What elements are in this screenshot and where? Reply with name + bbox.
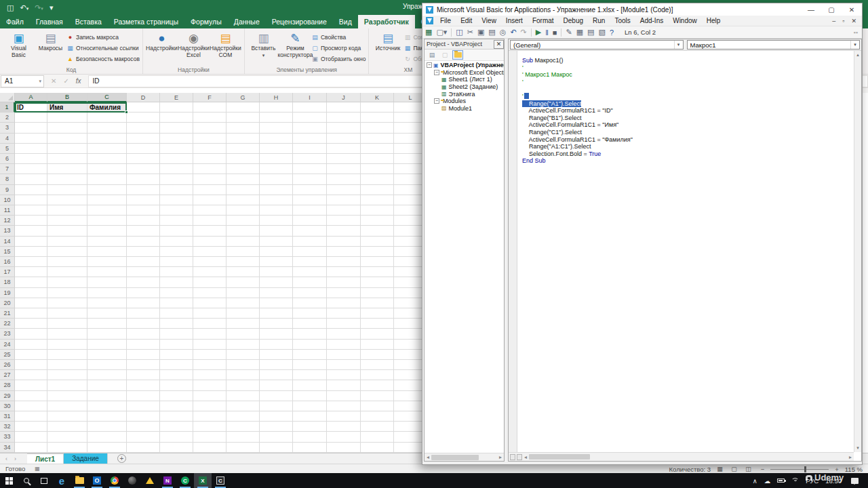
cell-G3[interactable] bbox=[226, 123, 260, 133]
cell-E14[interactable] bbox=[160, 237, 193, 247]
cell-C14[interactable] bbox=[87, 237, 127, 247]
cell-G31[interactable] bbox=[226, 411, 260, 422]
cell-K24[interactable] bbox=[361, 340, 394, 350]
cell-J10[interactable] bbox=[327, 195, 361, 205]
cell-J32[interactable] bbox=[327, 422, 361, 432]
cell-F21[interactable] bbox=[193, 308, 226, 319]
cell-B20[interactable] bbox=[47, 298, 87, 308]
zoom-slider[interactable] bbox=[770, 469, 829, 470]
cell-D19[interactable] bbox=[127, 288, 160, 298]
ribbon-tab-Разработчик[interactable]: Разработчик bbox=[358, 15, 415, 28]
ribbon-tab-Главная[interactable]: Главная bbox=[30, 15, 69, 28]
cell-J14[interactable] bbox=[327, 237, 361, 247]
cell-J33[interactable] bbox=[327, 432, 361, 442]
taskbar-file-explorer[interactable] bbox=[71, 473, 88, 488]
code-line-10[interactable]: ActiveCell.FormulaR1C1 = "Имя" bbox=[522, 121, 618, 129]
cell-I20[interactable] bbox=[293, 298, 327, 308]
cell-J21[interactable] bbox=[327, 308, 361, 319]
cell-D33[interactable] bbox=[127, 432, 160, 442]
cell-E32[interactable] bbox=[160, 422, 193, 432]
taskbar-outlook[interactable]: O bbox=[88, 473, 106, 488]
cell-E34[interactable] bbox=[160, 443, 193, 453]
cell-F1[interactable] bbox=[193, 102, 226, 113]
cell-H17[interactable] bbox=[260, 267, 293, 277]
button-Надстройки COM[interactable]: ▤Надстройки COM bbox=[210, 30, 241, 58]
cell-B34[interactable] bbox=[47, 443, 87, 453]
menu-Debug[interactable]: Debug bbox=[559, 17, 588, 24]
row-header-26[interactable]: 26 bbox=[0, 360, 15, 370]
cell-C34[interactable] bbox=[87, 443, 127, 453]
cell-G32[interactable] bbox=[226, 422, 260, 432]
cell-A11[interactable] bbox=[15, 205, 47, 216]
cell-I21[interactable] bbox=[293, 308, 327, 319]
cell-C11[interactable] bbox=[87, 205, 127, 216]
cell-I9[interactable] bbox=[293, 185, 327, 195]
cell-C13[interactable] bbox=[87, 226, 127, 236]
cell-C20[interactable] bbox=[87, 298, 127, 308]
row-header-1[interactable]: 1 bbox=[0, 102, 15, 113]
column-header-K[interactable]: K bbox=[361, 93, 394, 102]
cell-C29[interactable] bbox=[87, 391, 127, 401]
cell-F31[interactable] bbox=[193, 411, 226, 422]
cell-E11[interactable] bbox=[160, 205, 193, 216]
cell-I27[interactable] bbox=[293, 370, 327, 380]
cell-K17[interactable] bbox=[361, 267, 394, 277]
cell-B7[interactable] bbox=[47, 164, 87, 174]
cell-H21[interactable] bbox=[260, 308, 293, 319]
cell-J12[interactable] bbox=[327, 216, 361, 226]
cell-G21[interactable] bbox=[226, 308, 260, 319]
cell-J25[interactable] bbox=[327, 350, 361, 360]
cell-J23[interactable] bbox=[327, 329, 361, 339]
tree-expander-icon[interactable]: − bbox=[434, 70, 439, 75]
toggle-folders-icon[interactable] bbox=[452, 50, 463, 60]
button-Запись макроса[interactable]: ●Запись макроса bbox=[66, 33, 140, 42]
cell-B32[interactable] bbox=[47, 422, 87, 432]
ribbon-tab-Вставка[interactable]: Вставка bbox=[69, 15, 108, 28]
code-horizontal-scrollbar[interactable]: ◂ ▸ bbox=[509, 452, 854, 461]
confirm-entry-icon[interactable]: ✓ bbox=[63, 77, 68, 85]
cell-K1[interactable] bbox=[361, 102, 394, 113]
cell-F32[interactable] bbox=[193, 422, 226, 432]
cell-F20[interactable] bbox=[193, 298, 226, 308]
cell-F15[interactable] bbox=[193, 247, 226, 257]
cell-B26[interactable] bbox=[47, 360, 87, 370]
cell-E9[interactable] bbox=[160, 185, 193, 195]
row-header-12[interactable]: 12 bbox=[0, 216, 15, 226]
cell-I31[interactable] bbox=[293, 411, 327, 422]
cell-C23[interactable] bbox=[87, 329, 127, 339]
cell-K32[interactable] bbox=[361, 422, 394, 432]
taskbar-chrome[interactable] bbox=[106, 473, 123, 488]
redo-icon[interactable]: ↷ bbox=[521, 28, 527, 37]
cell-I30[interactable] bbox=[293, 401, 327, 411]
cell-K29[interactable] bbox=[361, 391, 394, 401]
cell-B12[interactable] bbox=[47, 216, 87, 226]
cell-I13[interactable] bbox=[293, 226, 327, 236]
minimize-icon[interactable]: ‒ bbox=[832, 18, 835, 24]
cell-A25[interactable] bbox=[15, 350, 47, 360]
cell-F13[interactable] bbox=[193, 226, 226, 236]
cell-G24[interactable] bbox=[226, 340, 260, 350]
scroll-left-icon[interactable]: ◂ bbox=[425, 454, 431, 460]
cell-F19[interactable] bbox=[193, 288, 226, 298]
cell-K14[interactable] bbox=[361, 237, 394, 247]
cell-H24[interactable] bbox=[260, 340, 293, 350]
cell-G7[interactable] bbox=[226, 164, 260, 174]
cell-I12[interactable] bbox=[293, 216, 327, 226]
cell-B29[interactable] bbox=[47, 391, 87, 401]
cell-D4[interactable] bbox=[127, 134, 160, 144]
cell-H4[interactable] bbox=[260, 134, 293, 144]
cell-F6[interactable] bbox=[193, 154, 226, 164]
cell-K22[interactable] bbox=[361, 319, 394, 329]
cell-J34[interactable] bbox=[327, 443, 361, 453]
cell-B11[interactable] bbox=[47, 205, 87, 216]
button-Visual Basic[interactable]: ▣Visual Basic bbox=[3, 30, 35, 58]
code-vertical-scrollbar[interactable]: ▴ ▾ bbox=[854, 51, 861, 452]
cell-I16[interactable] bbox=[293, 257, 327, 267]
cell-B17[interactable] bbox=[47, 267, 87, 277]
cell-B21[interactable] bbox=[47, 308, 87, 319]
cell-G17[interactable] bbox=[226, 267, 260, 277]
cell-J30[interactable] bbox=[327, 401, 361, 411]
maximize-icon[interactable]: ▢ bbox=[821, 6, 842, 14]
scroll-up-icon[interactable]: ▴ bbox=[854, 51, 861, 58]
scroll-right-icon[interactable]: ▸ bbox=[497, 454, 504, 460]
